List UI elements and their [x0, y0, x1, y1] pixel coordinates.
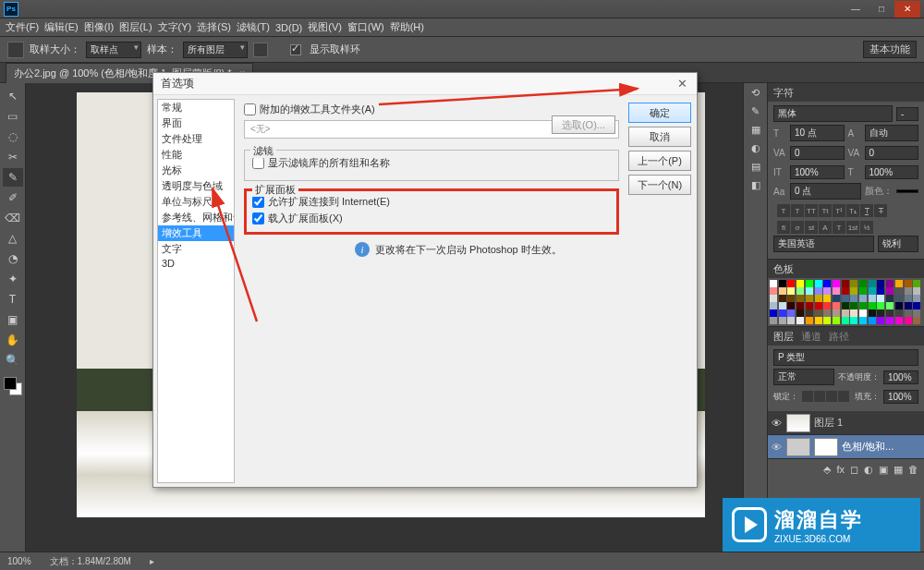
swatch[interactable] — [770, 280, 777, 287]
styles-panel-icon[interactable]: ▤ — [744, 157, 767, 176]
swatch[interactable] — [779, 287, 786, 295]
sample-dropdown[interactable]: 所有图层 — [183, 42, 248, 58]
swatch[interactable] — [869, 309, 876, 317]
swatch[interactable] — [787, 309, 795, 317]
sample-size-dropdown[interactable]: 取样点 — [86, 42, 141, 58]
swatch[interactable] — [806, 280, 813, 287]
swatch[interactable] — [823, 287, 831, 295]
load-extensions-checkbox[interactable] — [252, 212, 264, 224]
swatch[interactable] — [850, 317, 857, 324]
menu-select[interactable]: 选择(S) — [197, 20, 231, 34]
brush-tool[interactable]: ✐ — [3, 188, 23, 207]
swatch[interactable] — [859, 302, 867, 309]
properties-panel-icon[interactable]: ◧ — [744, 176, 767, 194]
pref-3d[interactable]: 3D — [158, 257, 234, 270]
adjustment-icon[interactable]: ◐ — [864, 464, 873, 476]
swatch[interactable] — [905, 280, 912, 287]
status-chevron-icon[interactable]: ▸ — [150, 556, 154, 566]
pen-tool[interactable]: ✦ — [3, 270, 23, 288]
swatch[interactable] — [895, 295, 903, 302]
hand-tool[interactable]: ✋ — [3, 331, 23, 349]
swatch[interactable] — [787, 280, 795, 287]
color-picker[interactable] — [4, 377, 22, 395]
layer-row[interactable]: 👁 图层 1 — [768, 411, 924, 435]
menu-layer[interactable]: 图层(L) — [119, 20, 152, 34]
swatch[interactable] — [895, 302, 903, 309]
trash-icon[interactable]: 🗑 — [908, 464, 918, 475]
lock-buttons[interactable] — [802, 391, 849, 402]
eyedropper-tool[interactable]: ✎ — [3, 168, 23, 187]
ok-button[interactable]: 确定 — [628, 103, 691, 123]
swatch[interactable] — [913, 287, 920, 295]
mask-icon[interactable]: ◻ — [850, 464, 858, 476]
swatch[interactable] — [770, 287, 777, 295]
link-layers-icon[interactable]: ⬘ — [823, 464, 831, 476]
swatch[interactable] — [842, 309, 849, 317]
ot-7[interactable]: ½ — [860, 221, 873, 234]
swatch[interactable] — [796, 287, 804, 295]
fx-icon[interactable]: fx — [836, 464, 845, 475]
dialog-title-bar[interactable]: 首选项 ✕ — [153, 73, 697, 95]
maximize-button[interactable]: □ — [869, 1, 894, 18]
swatch[interactable] — [842, 302, 849, 309]
folder-icon[interactable]: ▣ — [879, 464, 888, 476]
swatch[interactable] — [779, 309, 786, 317]
underline-button[interactable]: T̲ — [860, 204, 873, 217]
swatch[interactable] — [850, 280, 857, 287]
swatch[interactable] — [842, 295, 849, 302]
show-ring-checkbox[interactable] — [290, 44, 301, 55]
swatch[interactable] — [850, 302, 857, 309]
swatch[interactable] — [913, 280, 920, 287]
swatch[interactable] — [796, 280, 804, 287]
swatch[interactable] — [913, 309, 920, 317]
swatch[interactable] — [842, 287, 849, 295]
brush-panel-icon[interactable]: ✎ — [744, 102, 767, 120]
swatch[interactable] — [787, 302, 795, 309]
marquee-tool[interactable]: ▭ — [3, 107, 23, 126]
swatch[interactable] — [779, 317, 786, 324]
next-button[interactable]: 下一个(N) — [628, 175, 691, 195]
swatch[interactable] — [796, 317, 804, 324]
swatch[interactable] — [877, 302, 884, 309]
swatch[interactable] — [806, 287, 813, 295]
swatch[interactable] — [833, 302, 840, 309]
minimize-button[interactable]: — — [843, 1, 869, 18]
swatch[interactable] — [895, 280, 903, 287]
swatch[interactable] — [806, 295, 813, 302]
swatch[interactable] — [859, 280, 867, 287]
swatch[interactable] — [815, 317, 822, 324]
swatch[interactable] — [815, 295, 822, 302]
swatch[interactable] — [833, 309, 840, 317]
layer-name[interactable]: 图层 1 — [814, 416, 843, 430]
eraser-tool[interactable]: ⌫ — [3, 209, 23, 227]
fg-color[interactable] — [4, 377, 17, 390]
layer-thumb[interactable] — [786, 414, 810, 432]
visibility-icon[interactable]: 👁 — [772, 418, 783, 429]
swatch[interactable] — [913, 302, 920, 309]
choose-folder-button[interactable]: 选取(O)... — [552, 115, 615, 134]
pref-filehandling[interactable]: 文件处理 — [158, 131, 234, 147]
strike-button[interactable]: T̶ — [874, 204, 887, 217]
dialog-close-icon[interactable]: ✕ — [675, 77, 689, 91]
lasso-tool[interactable]: ◌ — [3, 127, 23, 146]
swatch[interactable] — [886, 287, 894, 295]
swatch[interactable] — [796, 295, 804, 302]
font-size-field[interactable]: 10 点 — [790, 125, 845, 141]
swatch[interactable] — [886, 317, 894, 324]
language-dropdown[interactable]: 美国英语 — [773, 236, 874, 252]
history-panel-icon[interactable]: ⟲ — [744, 83, 767, 102]
swatch[interactable] — [770, 317, 777, 324]
pref-interface[interactable]: 界面 — [158, 115, 234, 131]
ot-2[interactable]: σ — [791, 221, 804, 234]
character-tab[interactable]: 字符 — [773, 86, 794, 100]
swatch[interactable] — [779, 295, 786, 302]
swatch[interactable] — [842, 280, 849, 287]
swatch[interactable] — [770, 309, 777, 317]
super-button[interactable]: T¹ — [833, 204, 845, 217]
pref-general[interactable]: 常规 — [158, 100, 234, 115]
pref-guides[interactable]: 参考线、网格和切片 — [158, 210, 234, 225]
channels-tab[interactable]: 通道 — [801, 330, 821, 344]
ot-3[interactable]: st — [805, 221, 818, 234]
swatch[interactable] — [877, 295, 884, 302]
swatch[interactable] — [823, 280, 831, 287]
